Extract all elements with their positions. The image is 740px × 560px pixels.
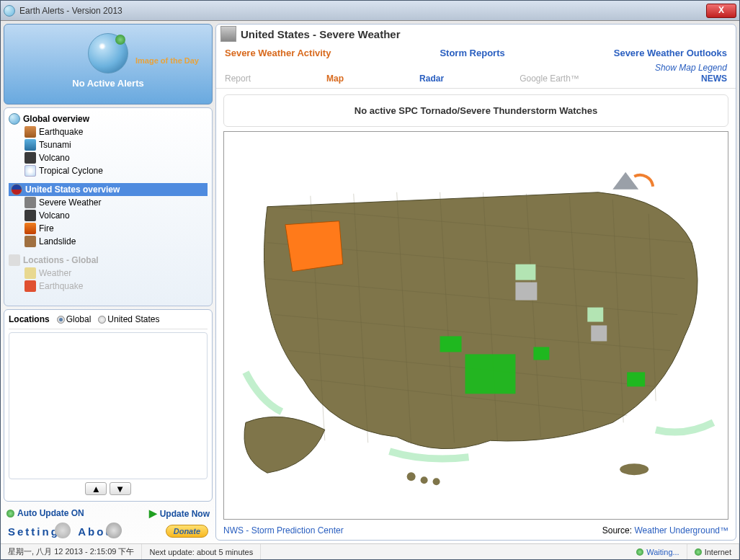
svg-rect-5: [627, 372, 645, 386]
reorder-controls: ▲ ▼: [9, 479, 208, 498]
tree-head-locations-global[interactable]: Locations - Global: [9, 254, 208, 267]
tree-item-tropical-cyclone[interactable]: Tropical Cyclone: [9, 164, 208, 177]
tree-section-locations-global: Locations - Global Weather Earthquake: [9, 254, 208, 293]
primary-tabs: Severe Weather Activity Storm Reports Se…: [216, 45, 736, 61]
radio-label: United States: [107, 314, 159, 324]
update-now-button[interactable]: ▶Update Now: [149, 507, 210, 519]
tab-radar[interactable]: Radar: [419, 74, 444, 84]
tree-item-landslide[interactable]: Landslide: [9, 235, 208, 248]
fire-icon: [24, 223, 36, 234]
secondary-tabs: Report Map Radar Google Earth™ Show Map …: [216, 61, 736, 89]
locations-list[interactable]: [9, 332, 208, 479]
donate-button[interactable]: Donate: [166, 525, 208, 538]
auto-update-toggle[interactable]: Auto Update ON: [6, 508, 84, 518]
tree-item-label: Landslide: [39, 236, 76, 246]
gear-icon: [55, 523, 71, 538]
tree-item-volcano[interactable]: Volcano: [9, 151, 208, 164]
svg-rect-1: [465, 354, 516, 394]
tab-report: Report: [225, 74, 251, 84]
tab-google-earth: Google Earth™: [520, 74, 579, 84]
auto-update-label: Auto Update ON: [17, 508, 84, 518]
weather-icon: [24, 267, 36, 279]
tree-item-earthquake-loc[interactable]: Earthquake: [9, 280, 208, 293]
svg-point-12: [620, 463, 648, 475]
play-icon: ▶: [149, 507, 157, 519]
radio-label: Global: [66, 314, 92, 324]
usflag-icon: [11, 184, 22, 195]
tree-item-severe-weather[interactable]: Severe Weather: [9, 196, 208, 209]
svg-point-9: [407, 472, 416, 481]
status-waiting-label: Waiting...: [646, 548, 679, 556]
image-of-the-day-link[interactable]: Image of the Day: [135, 56, 199, 65]
titlebar[interactable]: Earth Alerts - Version 2013 X: [1, 1, 739, 21]
us-map: [224, 132, 728, 519]
globe-icon: [9, 113, 20, 125]
svg-rect-3: [515, 265, 535, 280]
tab-news[interactable]: NEWS: [701, 74, 727, 84]
radio-us[interactable]: United States: [98, 314, 159, 324]
tree-item-weather[interactable]: Weather: [9, 267, 208, 280]
move-down-button[interactable]: ▼: [110, 482, 131, 495]
settings-link[interactable]: Settings: [8, 525, 68, 538]
move-up-button[interactable]: ▲: [85, 482, 107, 495]
status-dot-icon: [115, 35, 125, 45]
svg-rect-6: [533, 347, 549, 360]
source-prefix: Source:: [602, 525, 632, 535]
source-label: Source: Weather Underground™: [602, 525, 728, 535]
main-footer: NWS - Storm Prediction Center Source: We…: [216, 523, 736, 540]
app-window: Earth Alerts - Version 2013 X Image of t…: [0, 0, 740, 560]
weather-underground-link[interactable]: Weather Underground™: [634, 525, 728, 535]
tree-item-fire[interactable]: Fire: [9, 222, 208, 235]
tree-item-label: Fire: [39, 223, 54, 234]
tree-head-label: Global overview: [23, 114, 89, 124]
cyclone-icon: [24, 165, 36, 177]
tree-item-label: Earthquake: [39, 127, 83, 137]
update-now-label: Update Now: [160, 509, 210, 519]
main-header: United States - Severe Weather: [216, 25, 736, 45]
tree-head-label: United States overview: [25, 185, 120, 195]
svg-rect-2: [440, 336, 462, 352]
status-datetime: 星期一, 八月 12 2013 - 2:15:09 下午: [1, 544, 142, 559]
tree-item-label: Tsunami: [39, 140, 71, 150]
watch-status-banner: No active SPC Tornado/Severe Thunderstor…: [223, 94, 728, 127]
status-internet: Internet: [687, 544, 739, 559]
tree-item-earthquake[interactable]: Earthquake: [9, 125, 208, 138]
status-dot-icon: [6, 510, 14, 517]
close-button[interactable]: X: [706, 4, 736, 18]
tree-item-label: Earthquake: [39, 281, 83, 291]
status-waiting: Waiting...: [629, 544, 687, 559]
tree-item-label: Volcano: [39, 210, 70, 221]
tree-item-label: Severe Weather: [39, 197, 102, 208]
locations-header: Locations Global United States: [9, 313, 208, 329]
map-area[interactable]: [223, 131, 728, 520]
status-net-label: Internet: [705, 548, 731, 556]
tab-outlooks[interactable]: Severe Weather Outlooks: [614, 48, 727, 58]
main-panel: United States - Severe Weather Severe We…: [215, 24, 736, 541]
locations-panel: Locations Global United States ▲ ▼: [4, 309, 213, 502]
about-link[interactable]: About: [78, 525, 120, 538]
locations-title: Locations: [9, 314, 50, 324]
nws-spc-link[interactable]: NWS - Storm Prediction Center: [223, 525, 344, 535]
tab-storm-reports[interactable]: Storm Reports: [440, 48, 504, 58]
info-icon: [106, 523, 122, 538]
radio-icon: [98, 316, 106, 324]
volcano-icon: [24, 210, 36, 221]
earthquake-icon: [24, 280, 36, 292]
tree-head-global[interactable]: Global overview: [9, 112, 208, 125]
tree-head-us[interactable]: United States overview: [9, 183, 208, 196]
tab-map[interactable]: Map: [326, 74, 344, 84]
svg-rect-7: [515, 283, 537, 301]
tsunami-icon: [24, 139, 36, 151]
show-map-legend-link[interactable]: Show Map Legend: [655, 63, 727, 73]
severe-weather-icon: [24, 197, 36, 208]
page-title: United States - Severe Weather: [241, 28, 400, 40]
alerts-status: No Active Alerts: [10, 78, 206, 89]
radio-icon: [57, 316, 65, 324]
tree-item-volcano-us[interactable]: Volcano: [9, 209, 208, 222]
radio-global[interactable]: Global: [57, 314, 92, 324]
svg-point-11: [433, 478, 440, 485]
svg-point-10: [421, 476, 428, 484]
tree-item-tsunami[interactable]: Tsunami: [9, 138, 208, 151]
svg-rect-8: [591, 326, 607, 342]
tab-severe-activity[interactable]: Severe Weather Activity: [225, 48, 331, 58]
